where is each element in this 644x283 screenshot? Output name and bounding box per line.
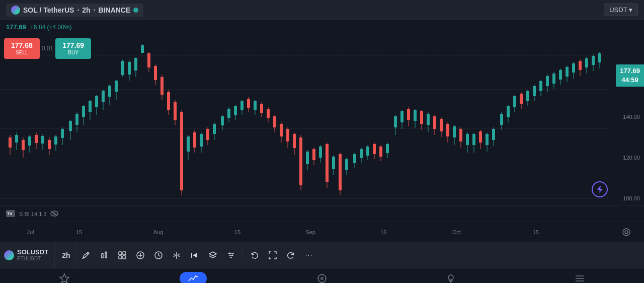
chart-area[interactable]: 177.68 SELL 0.01 177.69 BUY 177.69 44:59… (0, 34, 644, 205)
svg-line-185 (51, 211, 57, 216)
svg-rect-30 (102, 91, 105, 102)
svg-rect-166 (552, 74, 555, 84)
svg-rect-96 (319, 147, 322, 158)
svg-rect-148 (492, 129, 495, 140)
indicator-values: S BI 14 1 3 (19, 211, 46, 217)
svg-rect-42 (141, 45, 144, 53)
svg-rect-194 (123, 252, 126, 255)
svg-rect-16 (54, 136, 57, 145)
svg-rect-18 (61, 129, 64, 138)
sell-button[interactable]: 177.68 SELL (4, 38, 40, 59)
svg-rect-112 (373, 144, 376, 154)
explore-icon-wrap (316, 273, 328, 283)
nav-chart[interactable]: Chart (129, 269, 258, 283)
tradingview-logo: TV (6, 210, 15, 218)
svg-rect-142 (472, 134, 475, 145)
compare-button[interactable] (168, 248, 185, 263)
undo-button[interactable] (246, 248, 263, 263)
svg-rect-86 (286, 129, 289, 142)
svg-rect-108 (360, 149, 363, 158)
menu-icon-wrap (574, 273, 585, 283)
nav-watchlist[interactable]: Watchlist (0, 270, 129, 283)
svg-rect-74 (247, 99, 250, 108)
svg-rect-60 (200, 134, 203, 147)
svg-rect-176 (585, 58, 588, 67)
svg-rect-84 (280, 124, 283, 136)
x-label-15c: 15 (533, 229, 539, 235)
x-label-16: 16 (380, 229, 386, 235)
svg-rect-106 (353, 154, 356, 163)
x-label-oct: Oct (452, 229, 461, 235)
timeframe-selector[interactable]: 2h (56, 242, 76, 268)
bar-type-button[interactable] (96, 248, 113, 263)
y-label-3: 140.00 (611, 114, 642, 120)
symbol-info[interactable]: SOL / TetherUS · 2h · BINANCE (6, 4, 143, 17)
x-label-aug: Aug (153, 229, 164, 235)
svg-rect-114 (379, 147, 382, 157)
svg-rect-138 (459, 129, 462, 142)
svg-rect-38 (128, 62, 131, 75)
svg-rect-128 (427, 114, 430, 125)
toolbar-divider-1 (243, 249, 243, 261)
svg-rect-120 (400, 111, 404, 122)
eye-icon[interactable] (50, 210, 58, 218)
nav-ideas[interactable]: Ideas (386, 270, 515, 283)
sol-logo-icon (11, 6, 20, 15)
svg-rect-160 (533, 86, 536, 96)
svg-point-220 (318, 274, 326, 282)
svg-rect-122 (407, 109, 410, 120)
svg-rect-34 (115, 81, 118, 92)
svg-rect-82 (273, 116, 276, 127)
svg-rect-172 (572, 63, 575, 73)
lightning-icon[interactable] (592, 181, 608, 197)
symbol-name-group: SOLUSDT ETHUSDT (17, 248, 48, 262)
svg-rect-152 (507, 106, 510, 117)
svg-rect-193 (119, 252, 122, 255)
layers-button[interactable] (204, 248, 221, 263)
svg-rect-134 (446, 124, 449, 136)
layout-button[interactable] (114, 248, 131, 263)
x-axis-settings[interactable] (609, 228, 644, 237)
nav-menu[interactable]: Menu (515, 270, 644, 283)
symbol-pair[interactable]: SOLUSDT ETHUSDT (4, 242, 55, 268)
clock-button[interactable] (150, 248, 167, 263)
replay-button[interactable] (186, 248, 203, 263)
svg-rect-28 (95, 96, 98, 107)
svg-rect-76 (254, 101, 257, 110)
fullscreen-button[interactable] (264, 248, 281, 263)
svg-rect-58 (193, 132, 196, 148)
svg-rect-170 (566, 67, 569, 77)
add-indicator-button[interactable] (132, 248, 149, 263)
svg-rect-196 (123, 256, 126, 259)
svg-rect-118 (394, 116, 397, 127)
sub-symbol: ETHUSDT (17, 256, 48, 262)
chart-icon-wrap (180, 272, 207, 283)
currency-selector[interactable]: USDT ▾ (604, 4, 638, 16)
svg-rect-14 (48, 140, 51, 149)
svg-rect-62 (206, 129, 209, 140)
svg-rect-136 (453, 126, 456, 137)
svg-rect-56 (187, 136, 190, 152)
redo-button[interactable] (282, 248, 299, 263)
draw-tool-button[interactable] (77, 248, 95, 263)
more-button[interactable] (300, 248, 317, 263)
svg-rect-6 (22, 140, 25, 150)
menu-icon (574, 273, 585, 283)
x-axis: Jul 15 Aug 15 Sep 16 Oct 15 (0, 222, 644, 242)
top-bar-left: SOL / TetherUS · 2h · BINANCE (6, 4, 143, 17)
svg-point-226 (448, 275, 453, 280)
filter-button[interactable] (222, 248, 239, 263)
svg-text:TV: TV (7, 211, 13, 216)
nav-explore[interactable]: Explore (258, 270, 386, 283)
svg-rect-32 (108, 86, 111, 97)
svg-rect-116 (386, 144, 389, 153)
svg-rect-126 (420, 111, 423, 124)
svg-rect-36 (121, 61, 124, 75)
svg-rect-72 (240, 101, 244, 110)
timeframe-header: 2h (82, 6, 90, 14)
svg-rect-156 (520, 94, 523, 104)
svg-rect-78 (260, 104, 263, 113)
buy-button[interactable]: 177.69 BUY (55, 38, 91, 59)
svg-rect-94 (312, 149, 315, 160)
svg-rect-20 (69, 121, 72, 131)
